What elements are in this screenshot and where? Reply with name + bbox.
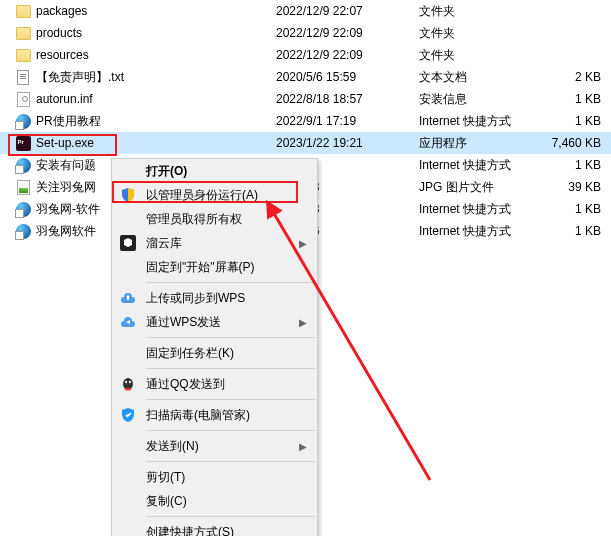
file-name: packages bbox=[32, 4, 276, 18]
submenu-arrow-icon: ▶ bbox=[299, 238, 307, 249]
file-row[interactable]: 【免责声明】.txt2020/5/6 15:59文本文档2 KB bbox=[0, 66, 611, 88]
file-type: 文件夹 bbox=[419, 47, 551, 64]
folder-icon bbox=[16, 5, 31, 18]
internet-shortcut-icon bbox=[16, 114, 31, 129]
file-type: 应用程序 bbox=[419, 135, 551, 152]
menu-label: 通过QQ发送到 bbox=[146, 376, 225, 393]
submenu-arrow-icon: ▶ bbox=[299, 317, 307, 328]
menu-wps-upload[interactable]: 上传或同步到WPS bbox=[112, 286, 317, 310]
file-size: 7,460 KB bbox=[551, 136, 611, 150]
menu-label: 剪切(T) bbox=[146, 469, 185, 486]
menu-pin-taskbar[interactable]: 固定到任务栏(K) bbox=[112, 341, 317, 365]
menu-label: 打开(O) bbox=[146, 163, 187, 180]
svg-point-2 bbox=[125, 381, 127, 384]
menu-qq-send[interactable]: 通过QQ发送到 bbox=[112, 372, 317, 396]
menu-separator bbox=[146, 399, 315, 400]
file-date: 2022/9/1 17:19 bbox=[276, 114, 419, 128]
jpg-file-icon bbox=[17, 180, 30, 195]
menu-copy[interactable]: 复制(C) bbox=[112, 489, 317, 513]
file-date: 2022/8/18 18:57 bbox=[276, 92, 419, 106]
menu-label: 固定到任务栏(K) bbox=[146, 345, 234, 362]
file-name: resources bbox=[32, 48, 276, 62]
file-type: 文本文档 bbox=[419, 69, 551, 86]
inf-file-icon bbox=[17, 92, 30, 107]
menu-separator bbox=[146, 430, 315, 431]
menu-label: 溜云库 bbox=[146, 235, 182, 252]
internet-shortcut-icon bbox=[16, 202, 31, 217]
file-size: 1 KB bbox=[551, 224, 611, 238]
file-date: 2022/12/9 22:07 bbox=[276, 4, 419, 18]
file-row[interactable]: autorun.inf2022/8/18 18:57安装信息1 KB bbox=[0, 88, 611, 110]
menu-send-to[interactable]: 发送到(N)▶ bbox=[112, 434, 317, 458]
file-size: 1 KB bbox=[551, 158, 611, 172]
file-name: Set-up.exe bbox=[32, 136, 276, 150]
shield-icon bbox=[120, 187, 136, 203]
menu-liuyun[interactable]: 溜云库▶ bbox=[112, 231, 317, 255]
file-size: 1 KB bbox=[551, 92, 611, 106]
menu-separator bbox=[146, 368, 315, 369]
internet-shortcut-icon bbox=[16, 224, 31, 239]
menu-label: 管理员取得所有权 bbox=[146, 211, 242, 228]
file-type: JPG 图片文件 bbox=[419, 179, 551, 196]
menu-wps-send[interactable]: 通过WPS发送▶ bbox=[112, 310, 317, 334]
file-type: 安装信息 bbox=[419, 91, 551, 108]
menu-admin-ownership[interactable]: 管理员取得所有权 bbox=[112, 207, 317, 231]
menu-create-shortcut[interactable]: 创建快捷方式(S) bbox=[112, 520, 317, 536]
menu-separator bbox=[146, 461, 315, 462]
file-type: Internet 快捷方式 bbox=[419, 157, 551, 174]
menu-scan-virus[interactable]: 扫描病毒(电脑管家) bbox=[112, 403, 317, 427]
file-row-selected[interactable]: Set-up.exe2023/1/22 19:21应用程序7,460 KB bbox=[0, 132, 611, 154]
text-file-icon bbox=[17, 70, 29, 85]
wps-send-icon bbox=[120, 314, 136, 330]
cube-icon bbox=[120, 235, 136, 251]
menu-cut[interactable]: 剪切(T) bbox=[112, 465, 317, 489]
file-date: 2022/12/9 22:09 bbox=[276, 48, 419, 62]
file-row[interactable]: PR使用教程2022/9/1 17:19Internet 快捷方式1 KB bbox=[0, 110, 611, 132]
file-date: 2020/5/6 15:59 bbox=[276, 70, 419, 84]
guard-icon bbox=[120, 407, 136, 423]
file-date: 2022/12/9 22:09 bbox=[276, 26, 419, 40]
context-menu: 打开(O) 以管理员身份运行(A) 管理员取得所有权 溜云库▶ 固定到"开始"屏… bbox=[111, 158, 318, 536]
cloud-upload-icon bbox=[120, 290, 136, 306]
file-row[interactable]: packages2022/12/9 22:07文件夹 bbox=[0, 0, 611, 22]
file-row[interactable]: products2022/12/9 22:09文件夹 bbox=[0, 22, 611, 44]
file-type: 文件夹 bbox=[419, 3, 551, 20]
file-size: 1 KB bbox=[551, 114, 611, 128]
qq-icon bbox=[120, 376, 136, 392]
menu-label: 以管理员身份运行(A) bbox=[146, 187, 258, 204]
folder-icon bbox=[16, 27, 31, 40]
submenu-arrow-icon: ▶ bbox=[299, 441, 307, 452]
file-size: 1 KB bbox=[551, 202, 611, 216]
menu-open[interactable]: 打开(O) bbox=[112, 159, 317, 183]
menu-run-as-admin[interactable]: 以管理员身份运行(A) bbox=[112, 183, 317, 207]
menu-label: 创建快捷方式(S) bbox=[146, 524, 234, 537]
file-size: 2 KB bbox=[551, 70, 611, 84]
menu-pin-start[interactable]: 固定到"开始"屏幕(P) bbox=[112, 255, 317, 279]
menu-label: 固定到"开始"屏幕(P) bbox=[146, 259, 255, 276]
menu-label: 通过WPS发送 bbox=[146, 314, 221, 331]
file-name: products bbox=[32, 26, 276, 40]
menu-label: 扫描病毒(电脑管家) bbox=[146, 407, 250, 424]
svg-point-3 bbox=[129, 381, 131, 384]
file-type: 文件夹 bbox=[419, 25, 551, 42]
menu-separator bbox=[146, 516, 315, 517]
menu-separator bbox=[146, 337, 315, 338]
folder-icon bbox=[16, 49, 31, 62]
menu-label: 发送到(N) bbox=[146, 438, 199, 455]
file-type: Internet 快捷方式 bbox=[419, 113, 551, 130]
file-name: autorun.inf bbox=[32, 92, 276, 106]
file-type: Internet 快捷方式 bbox=[419, 201, 551, 218]
file-name: 【免责声明】.txt bbox=[32, 69, 276, 86]
file-name: PR使用教程 bbox=[32, 113, 276, 130]
file-size: 39 KB bbox=[551, 180, 611, 194]
menu-label: 上传或同步到WPS bbox=[146, 290, 245, 307]
internet-shortcut-icon bbox=[16, 158, 31, 173]
file-row[interactable]: resources2022/12/9 22:09文件夹 bbox=[0, 44, 611, 66]
menu-separator bbox=[146, 282, 315, 283]
file-date: 2023/1/22 19:21 bbox=[276, 136, 419, 150]
exe-icon bbox=[16, 136, 31, 151]
menu-label: 复制(C) bbox=[146, 493, 187, 510]
file-type: Internet 快捷方式 bbox=[419, 223, 551, 240]
